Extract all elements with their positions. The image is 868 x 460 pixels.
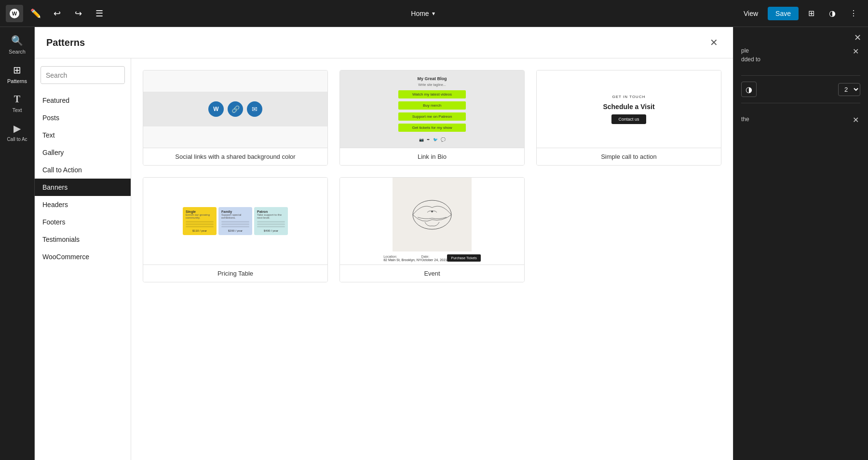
- modal-search-box: 🔍: [41, 66, 125, 84]
- redo-button[interactable]: ↪: [69, 5, 87, 22]
- sidebar-item-text[interactable]: T Text: [2, 90, 33, 117]
- pattern-card-link-bio[interactable]: My Great Blog Write site tagline... Watc…: [339, 70, 525, 166]
- right-panel-dismiss2-button[interactable]: ✕: [851, 115, 860, 125]
- nav-item-gallery[interactable]: Gallery: [35, 144, 131, 161]
- pattern-preview-pricing: Single Enrich our growing community. $11…: [143, 178, 327, 265]
- pattern-grid: W 🔗 ✉ Social links with a shared backgro…: [143, 70, 721, 282]
- nav-item-footers[interactable]: Footers: [35, 213, 131, 231]
- email-social-icon: ✉: [247, 101, 262, 117]
- pattern-card-pricing[interactable]: Single Enrich our growing community. $11…: [143, 177, 328, 282]
- pattern-label-event: Event: [340, 265, 524, 282]
- view-button[interactable]: View: [738, 7, 764, 20]
- right-panel-num-row: ◑ 2 1 3 4: [741, 82, 860, 97]
- right-panel-notice-row: pledded to ✕: [741, 46, 860, 70]
- event-location-label: Location:: [383, 255, 421, 258]
- bio-social-row: 📷 ✒ 🐦 💬: [419, 138, 446, 142]
- pattern-label-simple-cta: Simple call to action: [537, 148, 721, 165]
- list-view-button[interactable]: ☰: [91, 5, 108, 22]
- bio-btn-1: Watch my latest videos: [398, 90, 466, 98]
- sidebar-item-call-to-action[interactable]: ▶ Call to Ac: [2, 119, 33, 146]
- right-sidebar-close-button[interactable]: ✕: [851, 31, 864, 44]
- right-panel-notice2-text: the: [741, 115, 749, 124]
- bio-blog-subtitle: Write site tagline...: [418, 83, 446, 86]
- bio-btn-2: Buy merch: [398, 101, 466, 110]
- modal-title: Patterns: [46, 37, 85, 48]
- modal-body: 🔍 Featured Posts Text Gallery Call to Ac…: [35, 58, 733, 460]
- edit-tool-button[interactable]: ✏️: [27, 5, 44, 22]
- pattern-preview-event: Location: 82 Main St, Brooklyn, NY Date:…: [340, 178, 524, 265]
- toolbar-left: W ✏️ ↩ ↪ ☰: [0, 5, 108, 22]
- wordpress-social-icon: W: [208, 101, 224, 117]
- nav-item-banners[interactable]: Banners: [35, 179, 131, 196]
- link-social-icon: 🔗: [228, 101, 243, 117]
- settings-button[interactable]: ⋮: [845, 5, 862, 22]
- toolbar-right: View Save ⊞ ◑ ⋮: [738, 5, 868, 22]
- toolbar-center: Home ▾: [411, 10, 434, 17]
- bio-blog-title: My Great Blog: [417, 76, 447, 81]
- left-sidebar: 🔍 Search ⊞ Patterns T Text ▶ Call to Ac: [0, 27, 35, 460]
- nav-item-text[interactable]: Text: [35, 126, 131, 144]
- pattern-card-simple-cta[interactable]: GET IN TOUCH Schedule a Visit Contact us…: [536, 70, 721, 166]
- modal-search-input[interactable]: [41, 68, 125, 83]
- event-sketch-svg: [398, 193, 466, 237]
- pattern-preview-social-links: W 🔗 ✉: [143, 70, 327, 148]
- contrast-toggle-button[interactable]: ◑: [824, 5, 841, 22]
- nav-item-headers[interactable]: Headers: [35, 196, 131, 213]
- patterns-icon: ⊞: [13, 64, 21, 76]
- event-location-value: 82 Main St, Brooklyn, NY: [383, 258, 421, 262]
- top-toolbar: W ✏️ ↩ ↪ ☰ Home ▾ View Save ⊞ ◑ ⋮: [0, 0, 868, 27]
- undo-button[interactable]: ↩: [48, 5, 66, 22]
- pattern-card-social-links[interactable]: W 🔗 ✉ Social links with a shared backgro…: [143, 70, 328, 166]
- event-date-label: Date:: [421, 255, 447, 258]
- nav-item-testimonials[interactable]: Testimonials: [35, 231, 131, 248]
- text-icon: T: [14, 94, 20, 105]
- pricing-card-single: Single Enrich our growing community. $11…: [183, 207, 217, 235]
- svg-point-2: [431, 210, 433, 212]
- social-icons-row: W 🔗 ✉: [208, 101, 262, 117]
- pattern-label-social-links: Social links with a shared background co…: [143, 148, 327, 165]
- wordpress-logo[interactable]: W: [6, 5, 23, 22]
- right-panel-notice-text: pledded to: [741, 46, 760, 64]
- sidebar-item-search[interactable]: 🔍 Search: [2, 31, 33, 58]
- cta-contact-button[interactable]: Contact us: [611, 114, 646, 124]
- contrast-icon-button[interactable]: ◑: [741, 82, 757, 97]
- nav-item-call-to-action[interactable]: Call to Action: [35, 161, 131, 179]
- pattern-preview-link-bio: My Great Blog Write site tagline... Watc…: [340, 70, 524, 148]
- cta-icon: ▶: [14, 123, 21, 134]
- cta-get-touch: GET IN TOUCH: [612, 95, 646, 99]
- search-icon: 🔍: [11, 35, 23, 46]
- nav-item-posts[interactable]: Posts: [35, 109, 131, 126]
- pricing-card-family: Family Support special exhibitions. $200…: [218, 207, 252, 235]
- modal-close-button[interactable]: ✕: [706, 35, 721, 50]
- sidebar-item-patterns[interactable]: ⊞ Patterns: [2, 60, 33, 88]
- right-panel-notice2-row: the ✕: [741, 115, 860, 125]
- svg-rect-0: [398, 193, 466, 237]
- pattern-card-event[interactable]: Location: 82 Main St, Brooklyn, NY Date:…: [339, 177, 525, 282]
- right-sidebar: ✕ pledded to ✕ ◑ 2 1 3 4 the ✕: [733, 27, 868, 460]
- patterns-modal: Patterns ✕ 🔍 Featured Posts Text Gallery…: [35, 27, 733, 460]
- right-panel-divider: [741, 75, 860, 76]
- chevron-down-icon: ▾: [432, 10, 435, 17]
- right-panel-dismiss-button[interactable]: ✕: [851, 46, 860, 56]
- bio-btn-3: Support me on Patreon: [398, 112, 466, 121]
- right-panel-divider-2: [741, 103, 860, 103]
- pricing-card-patron: Patron Take support to the next level. $…: [254, 207, 288, 235]
- nav-item-woocommerce[interactable]: WooCommerce: [35, 248, 131, 265]
- pattern-preview-simple-cta: GET IN TOUCH Schedule a Visit Contact us: [537, 70, 721, 148]
- layout-toggle-button[interactable]: ⊞: [802, 5, 820, 22]
- save-button[interactable]: Save: [768, 7, 799, 20]
- number-select[interactable]: 2 1 3 4: [838, 83, 860, 96]
- page-title[interactable]: Home ▾: [411, 10, 434, 17]
- event-date-value: October 24, 2021: [421, 258, 447, 262]
- modal-content: W 🔗 ✉ Social links with a shared backgro…: [131, 58, 733, 460]
- main-content-area: Patterns ✕ 🔍 Featured Posts Text Gallery…: [35, 27, 733, 460]
- cta-heading: Schedule a Visit: [603, 103, 654, 111]
- modal-header: Patterns ✕: [35, 27, 733, 58]
- pattern-label-link-bio: Link in Bio: [340, 148, 524, 165]
- modal-sidebar: 🔍 Featured Posts Text Gallery Call to Ac…: [35, 58, 131, 460]
- event-ticket-button[interactable]: Purchase Tickets: [447, 254, 480, 262]
- pattern-label-pricing: Pricing Table: [143, 265, 327, 282]
- bio-btn-4: Get tickets for my show: [398, 124, 466, 132]
- nav-item-featured[interactable]: Featured: [35, 92, 131, 109]
